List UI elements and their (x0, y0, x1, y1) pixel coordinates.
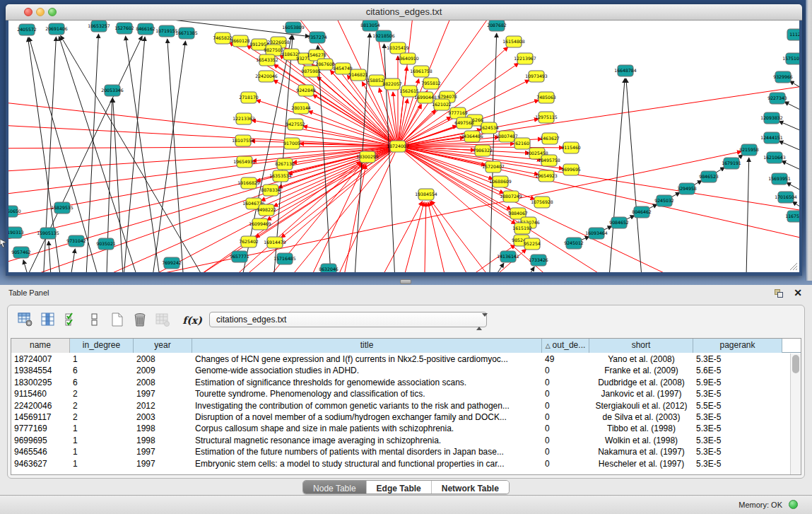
new-document-button[interactable] (108, 311, 126, 329)
tab-network-table[interactable]: Network Table (431, 481, 509, 494)
graph-node[interactable]: 9084652 (609, 217, 629, 228)
graph-node[interactable]: 12093832 (760, 112, 783, 124)
graph-node[interactable]: 12975115 (535, 112, 558, 123)
graph-node[interactable]: 19384554 (415, 189, 437, 200)
column-header-title[interactable]: title (192, 339, 542, 353)
graph-node[interactable]: 20053346 (101, 85, 124, 96)
table-row[interactable]: 1830029562008Estimation of significance … (11, 377, 790, 388)
graph-edge[interactable] (784, 102, 799, 116)
graph-node[interactable]: 1112 (787, 29, 799, 40)
graph-node[interactable]: 1615192 (512, 223, 532, 234)
graph-edge[interactable] (779, 121, 799, 136)
graph-edge[interactable] (126, 36, 163, 272)
table-row[interactable]: 1872400712008Changes of HCN gene express… (11, 354, 790, 365)
show-columns-button[interactable] (39, 311, 57, 329)
graph-node[interactable]: 10756928 (531, 197, 553, 208)
graph-node[interactable]: 7955812 (421, 78, 441, 89)
graph-node[interactable]: 9227343 (767, 93, 787, 104)
graph-edge[interactable] (367, 201, 423, 272)
scrollbar-thumb[interactable] (792, 355, 799, 373)
graph-node[interactable]: 16353534 (269, 170, 292, 182)
import-table-button[interactable] (153, 311, 172, 329)
graph-node[interactable]: 12213363 (233, 113, 255, 124)
column-header-pagerank[interactable]: pagerank (693, 339, 782, 353)
graph-node[interactable]: 13640910 (396, 53, 419, 64)
graph-node[interactable]: 8813054 (360, 21, 380, 31)
table-row[interactable]: 911546021997Tourette syndrome. Phenomeno… (11, 388, 790, 399)
graph-node[interactable]: 1621022 (432, 99, 452, 110)
graph-edge[interactable] (49, 241, 51, 272)
graph-node[interactable]: 8878334 (261, 185, 281, 196)
graph-node[interactable]: 9146821 (348, 69, 368, 81)
graph-node[interactable]: 3294958 (677, 183, 697, 194)
resize-grip-icon[interactable] (789, 262, 798, 271)
graph-node[interactable]: 1679191 (722, 158, 741, 169)
graph-node[interactable]: 7485063 (536, 92, 556, 103)
graph-node[interactable]: 12213967 (514, 53, 536, 64)
graph-node[interactable]: 1527602 (114, 23, 134, 34)
graph-node[interactable]: 16154808 (502, 36, 525, 47)
graph-node[interactable]: 9731042 (66, 235, 86, 247)
graph-node[interactable]: 9242848 (296, 85, 316, 96)
graph-node[interactable]: 17016504 (775, 192, 797, 203)
graph-edge[interactable] (167, 39, 185, 272)
graph-node[interactable]: 9657771 (230, 251, 249, 262)
graph-node[interactable]: 9245012 (564, 238, 584, 249)
graph-edge[interactable] (8, 146, 398, 247)
graph-node[interactable]: 9498222 (257, 204, 276, 216)
graph-node[interactable]: 9245032 (654, 195, 674, 206)
graph-node[interactable]: 19166829 (237, 177, 260, 189)
graph-node[interactable]: 7625402 (239, 236, 259, 247)
column-header-out_de[interactable]: △out_de... (542, 339, 589, 353)
graph-edge[interactable] (396, 202, 424, 272)
graph-edge[interactable] (23, 260, 28, 272)
float-panel-icon[interactable] (775, 289, 784, 298)
network-window-titlebar[interactable]: citations_edges.txt (6, 4, 802, 21)
graph-node[interactable]: 15829535 (51, 202, 73, 214)
graph-node[interactable]: 9035021 (96, 238, 116, 250)
graph-node[interactable]: 10653257 (88, 21, 110, 32)
graph-node[interactable]: 8215958 (739, 144, 759, 156)
graph-node[interactable]: 18300295 (356, 151, 379, 163)
graph-node[interactable]: 24364486 (461, 131, 483, 142)
graph-node[interactable]: 9115460 (561, 142, 581, 153)
graph-node[interactable]: 7986322 (473, 145, 493, 156)
graph-node[interactable]: 9875985 (301, 66, 321, 77)
graph-node[interactable]: 8660128 (230, 35, 250, 47)
graph-edge[interactable] (8, 146, 398, 148)
graph-node[interactable]: 22420046 (255, 71, 278, 82)
graph-node[interactable]: 10719155 (155, 25, 178, 37)
graph-node[interactable]: 9329966 (773, 71, 793, 83)
tab-edge-table[interactable]: Edge Table (366, 481, 431, 494)
table-row[interactable]: 1456911722003Disruption of a novel membe… (11, 411, 790, 423)
graph-node[interactable]: 15693951 (768, 173, 791, 185)
network-graph[interactable]: 1872400774658228660128891295423226058982… (8, 21, 799, 272)
trash-button[interactable] (131, 311, 149, 329)
graph-node[interactable]: 10973493 (525, 71, 548, 82)
graph-edge[interactable] (339, 165, 366, 272)
table-row[interactable]: 2242004622012Investigating the contribut… (11, 400, 790, 411)
graph-edge[interactable] (398, 146, 799, 212)
graph-node[interactable]: 20691406 (45, 23, 68, 35)
graph-node[interactable]: 917005 (283, 138, 300, 149)
graph-edge[interactable] (746, 158, 749, 272)
table-row[interactable]: 946362711997Embryonic stem cells: a mode… (11, 458, 790, 469)
graph-node[interactable]: 19218506 (372, 30, 395, 42)
panel-splitter-handle[interactable] (400, 279, 411, 284)
graph-node[interactable]: 19654932 (233, 156, 256, 168)
table-selector-dropdown[interactable]: citations_edges.txt (209, 312, 487, 327)
graph-node[interactable]: 16914479 (264, 237, 286, 248)
close-panel-icon[interactable]: ✕ (794, 287, 802, 298)
graph-node[interactable]: 16543352 (256, 54, 278, 66)
graph-node[interactable]: 16671385 (175, 28, 198, 39)
rows-button[interactable] (86, 311, 104, 329)
column-header-in_degree[interactable]: in_degree (70, 339, 134, 353)
graph-node[interactable]: 16053809 (282, 22, 305, 33)
graph-node[interactable]: 7465822 (213, 33, 233, 44)
graph-node[interactable]: 10688609 (489, 176, 512, 187)
graph-node[interactable]: 18495758 (538, 155, 560, 166)
graph-node[interactable]: 8466162 (136, 23, 155, 35)
graph-node[interactable]: 1167533 (785, 211, 799, 222)
graph-node[interactable]: 9057462 (11, 247, 31, 258)
graph-node[interactable]: 2803144 (291, 103, 311, 114)
